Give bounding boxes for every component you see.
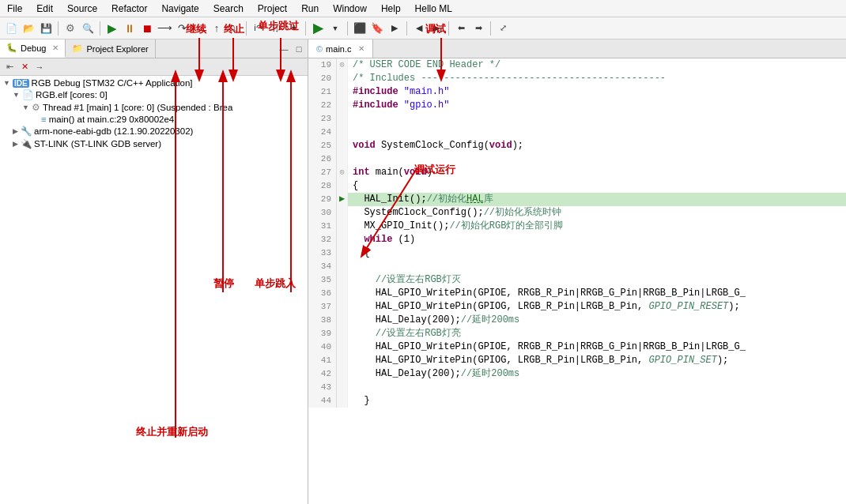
- drop-to-frame-btn[interactable]: ⤵: [226, 21, 242, 36]
- next-annotation-btn[interactable]: ▶: [387, 21, 402, 36]
- back-btn[interactable]: ⬅: [453, 21, 469, 36]
- gutter-31: [337, 220, 348, 233]
- remove-all-terminated-btn[interactable]: ✕: [18, 61, 31, 73]
- expand-icon-1[interactable]: ▼: [13, 91, 20, 99]
- tree-item-elf[interactable]: ▼ 📄 RGB.elf [cores: 0]: [0, 88, 308, 101]
- run-btn[interactable]: ▶: [310, 21, 326, 36]
- tab-project-explorer[interactable]: 📁 Project Explorer: [66, 39, 155, 58]
- line-content-20: /* Includes ----------------------------…: [348, 72, 846, 85]
- gutter-25: [337, 139, 348, 152]
- code-line-36: 36 HAL_GPIO_WritePin(GPIOE, RRGB_R_Pin|R…: [308, 287, 846, 300]
- line-content-44: }: [348, 394, 846, 408]
- maximize-view-btn[interactable]: □: [293, 43, 305, 55]
- line-content-27: int main(void): [348, 166, 846, 179]
- debug-step-into-lp[interactable]: →: [33, 61, 46, 73]
- line-num-31: 31: [308, 220, 337, 233]
- expand-icon-5[interactable]: ▶: [13, 140, 18, 148]
- gutter-39: [337, 327, 348, 340]
- save-btn[interactable]: 💾: [38, 21, 54, 36]
- resume-btn[interactable]: ▶: [104, 21, 120, 36]
- menu-help[interactable]: Help: [379, 3, 403, 14]
- gutter-42: [337, 367, 348, 381]
- line-content-22: #include "gpio.h": [348, 99, 846, 112]
- toolbar-sep-2: [100, 21, 100, 36]
- maximize-btn[interactable]: ⤢: [495, 21, 511, 36]
- stlink-icon: 🔌: [21, 138, 32, 149]
- expand-27[interactable]: ◎: [340, 166, 344, 179]
- toolbar-sep-4: [305, 21, 306, 36]
- menu-project[interactable]: Project: [255, 3, 289, 14]
- tree-label-2: Thread #1 [main] 1 [core: 0] (Suspended …: [43, 103, 232, 112]
- step-over-btn[interactable]: ↷: [174, 21, 190, 36]
- thread-icon: ⚙: [32, 102, 40, 113]
- gutter-21: [337, 85, 348, 99]
- code-editor[interactable]: 19 ◎ /* USER CODE END Header */ 20 /* In…: [308, 58, 846, 504]
- gutter-32: [337, 233, 348, 246]
- open-file-btn[interactable]: 📂: [21, 21, 36, 36]
- gdb-icon: 🔧: [21, 126, 32, 137]
- prev-edit-btn[interactable]: ◀: [411, 21, 427, 36]
- suspend-btn[interactable]: ⏸: [122, 21, 138, 36]
- new-file-btn[interactable]: 📄: [3, 21, 19, 36]
- menu-search[interactable]: Search: [211, 3, 246, 14]
- build-btn[interactable]: ⚙: [62, 21, 78, 36]
- bookmark-btn[interactable]: 🔖: [369, 21, 385, 36]
- menu-edit[interactable]: Edit: [34, 3, 55, 14]
- toolbar-sep-3: [246, 21, 247, 36]
- line-content-33: {: [348, 246, 846, 260]
- gutter-24: [337, 126, 348, 139]
- line-num-28: 28: [308, 179, 337, 193]
- debug-tab-close[interactable]: ✕: [52, 43, 59, 52]
- search-btn[interactable]: 🔍: [80, 21, 96, 36]
- forward-btn[interactable]: ➡: [470, 21, 486, 36]
- line-num-36: 36: [308, 287, 337, 300]
- menu-file[interactable]: File: [5, 3, 25, 14]
- next-edit-btn[interactable]: ▶: [429, 21, 444, 36]
- expand-icon-0[interactable]: ▼: [3, 79, 10, 87]
- line-num-25: 25: [308, 139, 337, 152]
- run-dropdown[interactable]: ▼: [327, 21, 343, 36]
- expand-icon-2[interactable]: ▼: [22, 103, 29, 111]
- line-content-35: //设置左右RGB灯灭: [348, 273, 846, 287]
- tab-debug[interactable]: 🐛 Debug ✕: [0, 39, 66, 58]
- tree-item-thread[interactable]: ▼ ⚙ Thread #1 [main] 1 [core: 0] (Suspen…: [0, 101, 308, 114]
- disconnect-btn[interactable]: ⟶: [157, 21, 172, 36]
- debug-tab-label: Debug: [21, 43, 46, 53]
- expand-19[interactable]: ◎: [340, 58, 344, 72]
- collapse-all-btn[interactable]: ⇤: [3, 61, 16, 73]
- line-content-37: HAL_GPIO_WritePin(GPIOG, LRGB_R_Pin|LRGB…: [348, 300, 846, 314]
- code-line-42: 42 HAL_Delay(200);//延时200ms: [308, 367, 846, 381]
- use-step-filters-btn[interactable]: ✦: [285, 21, 301, 36]
- tree-item-gdb[interactable]: ▶ 🔧 arm-none-eabi-gdb (12.1.90.20220302): [0, 125, 308, 137]
- expand-icon-4[interactable]: ▶: [13, 127, 18, 135]
- menu-refactor[interactable]: Refactor: [109, 3, 149, 14]
- editor-tab-main-c[interactable]: © main.c ✕: [308, 39, 373, 58]
- instruction-step-into-btn[interactable]: i↓: [268, 21, 284, 36]
- line-content-38: HAL_Delay(200);//延时200ms: [348, 314, 846, 327]
- menu-hello-ml[interactable]: Hello ML: [413, 3, 455, 14]
- menu-window[interactable]: Window: [330, 3, 369, 14]
- step-return-btn[interactable]: ↑: [209, 21, 225, 36]
- menu-source[interactable]: Source: [65, 3, 100, 14]
- minimize-view-btn[interactable]: —: [278, 43, 290, 55]
- code-line-21: 21 #include "main.h": [308, 85, 846, 99]
- code-line-19: 19 ◎ /* USER CODE END Header */: [308, 58, 846, 72]
- instruction-step-over-btn[interactable]: i↷: [251, 21, 266, 36]
- stop-btn[interactable]: ⏹: [139, 21, 155, 36]
- toolbar-sep-7: [448, 21, 449, 36]
- editor-tab-close[interactable]: ✕: [358, 44, 364, 53]
- line-content-36: HAL_GPIO_WritePin(GPIOE, RRGB_R_Pin|RRGB…: [348, 287, 846, 300]
- tree-item-stlink[interactable]: ▶ 🔌 ST-LINK (ST-LINK GDB server): [0, 137, 308, 150]
- terminal-btn[interactable]: ⬛: [352, 21, 368, 36]
- code-line-41: 41 HAL_GPIO_WritePin(GPIOG, LRGB_R_Pin|L…: [308, 354, 846, 367]
- tree-item-main-func[interactable]: ≡ main() at main.c:29 0x80002e4: [0, 114, 308, 125]
- line-num-35: 35: [308, 273, 337, 287]
- project-icon: 📁: [72, 43, 83, 54]
- step-into-btn[interactable]: ↓: [191, 21, 207, 36]
- tree-item-rgb-debug[interactable]: ▼ IDE RGB Debug [STM32 C/C++ Application…: [0, 77, 308, 88]
- menu-navigate[interactable]: Navigate: [159, 3, 201, 14]
- line-content-28: {: [348, 179, 846, 193]
- menu-run[interactable]: Run: [299, 3, 321, 14]
- gutter-33: [337, 246, 348, 260]
- gutter-35: [337, 273, 348, 287]
